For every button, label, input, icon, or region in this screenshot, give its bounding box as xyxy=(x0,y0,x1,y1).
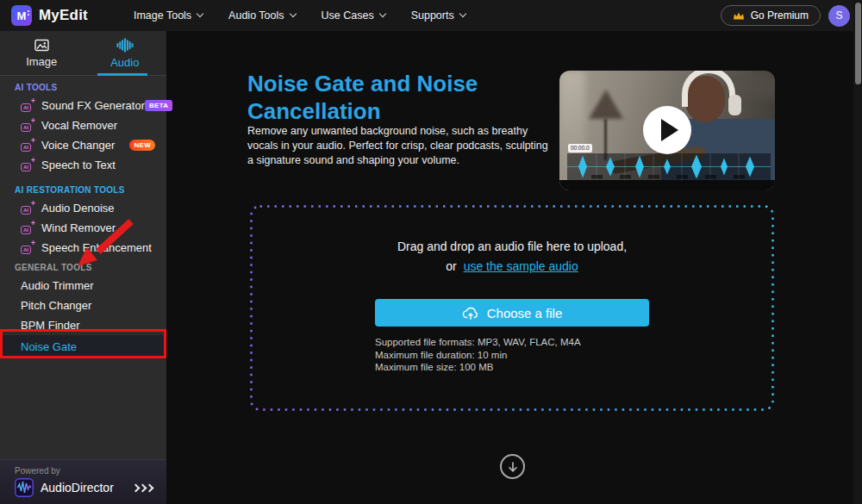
chevron-down-icon xyxy=(459,10,465,17)
chevron-down-icon xyxy=(289,10,296,17)
tab-image-label: Image xyxy=(26,55,57,68)
sidebar-item-audio-denoise[interactable]: AI + Audio Denoise xyxy=(0,198,166,218)
audiodirector-brand: AudioDirector xyxy=(41,481,114,495)
nav-audio-tools[interactable]: Audio Tools xyxy=(228,9,295,22)
section-header-ai-restoration-tools: AI RESTORATION TOOLS xyxy=(0,175,166,198)
item-label: BPM Finder xyxy=(21,319,80,332)
sidebar-item-speech-enhancement[interactable]: AI + Speech Enhancement xyxy=(0,238,166,258)
section-header-general-tools: GENERAL TOOLS xyxy=(0,258,166,276)
sidebar-item-vocal-remover[interactable]: AI + Vocal Remover xyxy=(0,115,166,135)
ai-sparkle-icon: AI + xyxy=(21,120,34,132)
powered-by-label: Powered by xyxy=(15,466,166,476)
nav-image-tools[interactable]: Image Tools xyxy=(134,9,203,22)
supported-formats: Supported file formats: MP3, WAV, FLAC, … xyxy=(375,336,581,349)
sidebar-item-audio-trimmer[interactable]: Audio Trimmer xyxy=(0,276,166,296)
main-content: Noise Gate and Noise Cancellation Remove… xyxy=(166,31,862,504)
video-bg-lamp xyxy=(589,90,623,119)
avatar[interactable]: S xyxy=(828,5,850,27)
item-label: Noise Gate xyxy=(21,340,77,353)
page-description: Remove any unwanted background noise, su… xyxy=(247,124,551,168)
crown-icon xyxy=(733,11,745,21)
avatar-initial: S xyxy=(835,9,842,22)
tab-image[interactable]: Image xyxy=(0,31,84,75)
sidebar-item-noise-gate[interactable]: Noise Gate xyxy=(0,335,166,358)
go-premium-label: Go Premium xyxy=(751,9,809,22)
cloud-upload-icon xyxy=(462,306,479,320)
sidebar-item-speech-to-text[interactable]: AI + Speech to Text xyxy=(0,155,166,175)
item-label: Audio Denoise xyxy=(41,202,115,215)
upload-requirements: Supported file formats: MP3, WAV, FLAC, … xyxy=(375,336,581,374)
or-text: or xyxy=(446,259,456,273)
chevron-down-icon xyxy=(378,10,385,17)
sidebar-item-voice-changer[interactable]: AI + Voice Changer NEW xyxy=(0,135,166,155)
dropzone-instruction-2: or use the sample audio xyxy=(446,259,578,273)
video-waveform-overlay xyxy=(567,153,771,180)
sidebar-tabs: Image Audio xyxy=(0,31,166,76)
nav-label: Image Tools xyxy=(134,9,191,22)
active-tab-underline xyxy=(97,73,147,76)
powered-by-audiodirector[interactable]: Powered by AudioDirector xyxy=(0,459,166,504)
topbar-right: Go Premium S xyxy=(721,5,850,27)
page-title: Noise Gate and Noise Cancellation xyxy=(247,70,497,125)
nav-label: Use Cases xyxy=(322,9,374,22)
ai-sparkle-icon: AI + xyxy=(21,202,34,215)
ai-sparkle-icon: AI + xyxy=(21,222,34,234)
sidebar-item-bpm-finder[interactable]: BPM Finder xyxy=(0,315,166,335)
nav-use-cases[interactable]: Use Cases xyxy=(322,9,385,22)
video-headphones-cup xyxy=(728,95,741,115)
scrollbar-thumb[interactable] xyxy=(855,3,861,84)
brand-name: MyEdit xyxy=(39,7,88,24)
image-icon xyxy=(34,39,49,52)
beta-badge: BETA xyxy=(145,100,172,111)
max-size: Maximum file size: 100 MB xyxy=(375,361,581,374)
video-timestamp-badge: 00:00.0 xyxy=(568,144,592,152)
item-label: Sound FX Generator xyxy=(41,99,145,112)
section-header-ai-tools: AI TOOLS xyxy=(0,76,166,96)
sidebar-item-sound-fx-generator[interactable]: AI + Sound FX Generator BETA xyxy=(0,96,166,115)
audio-waveform-icon xyxy=(116,38,134,53)
myedit-logo[interactable]: M MyEdit xyxy=(11,5,88,26)
play-icon xyxy=(661,119,678,141)
max-duration: Maximum file duration: 10 min xyxy=(375,349,581,362)
item-label: Speech to Text xyxy=(41,159,116,171)
ai-sparkle-icon: AI + xyxy=(21,159,34,171)
triple-chevron-icon xyxy=(133,485,153,491)
upload-dropzone[interactable]: Drag and drop an audio file here to uplo… xyxy=(250,205,774,411)
choose-file-label: Choose a file xyxy=(487,306,563,320)
ai-sparkle-icon: AI + xyxy=(21,140,34,152)
nav-supports[interactable]: Supports xyxy=(411,9,465,22)
play-button[interactable] xyxy=(643,106,691,154)
sidebar-item-pitch-changer[interactable]: Pitch Changer xyxy=(0,296,166,315)
scroll-down-button[interactable] xyxy=(500,454,525,479)
down-arrow-icon xyxy=(506,460,520,474)
dropzone-instruction: Drag and drop an audio file here to uplo… xyxy=(397,240,627,253)
item-label: Pitch Changer xyxy=(21,299,91,312)
item-label: Speech Enhancement xyxy=(41,241,152,254)
item-label: Wind Remover xyxy=(41,221,116,234)
chevron-down-icon xyxy=(197,10,203,17)
video-headphones-band xyxy=(682,71,735,107)
nav-label: Supports xyxy=(411,9,454,22)
new-badge: NEW xyxy=(129,140,155,151)
use-sample-audio-link[interactable]: use the sample audio xyxy=(464,259,578,273)
scrollbar-track[interactable] xyxy=(853,0,862,504)
audiodirector-logo-icon xyxy=(15,478,34,497)
ai-sparkle-icon: AI + xyxy=(21,242,34,254)
tab-audio[interactable]: Audio xyxy=(84,31,167,75)
myedit-logo-icon: M xyxy=(11,5,32,26)
top-nav: Image Tools Audio Tools Use Cases Suppor… xyxy=(134,9,465,22)
logo-letter: M xyxy=(17,9,27,22)
item-label: Vocal Remover xyxy=(41,119,117,132)
video-bottom-bar xyxy=(559,180,775,190)
go-premium-button[interactable]: Go Premium xyxy=(721,5,821,26)
top-bar: M MyEdit Image Tools Audio Tools Use Cas… xyxy=(0,0,862,31)
choose-file-button[interactable]: Choose a file xyxy=(375,299,649,327)
ai-sparkle-icon: AI + xyxy=(21,100,34,112)
sidebar-item-wind-remover[interactable]: AI + Wind Remover xyxy=(0,218,166,238)
item-label: Audio Trimmer xyxy=(21,279,94,292)
logo-dot-mark xyxy=(28,10,29,12)
tutorial-video-thumbnail[interactable]: 00:00.0 xyxy=(559,71,775,190)
nav-label: Audio Tools xyxy=(228,9,284,22)
sidebar: Image Audio AI TOOLS AI + Sound FX Gener… xyxy=(0,31,166,504)
item-label: Voice Changer xyxy=(41,139,115,152)
